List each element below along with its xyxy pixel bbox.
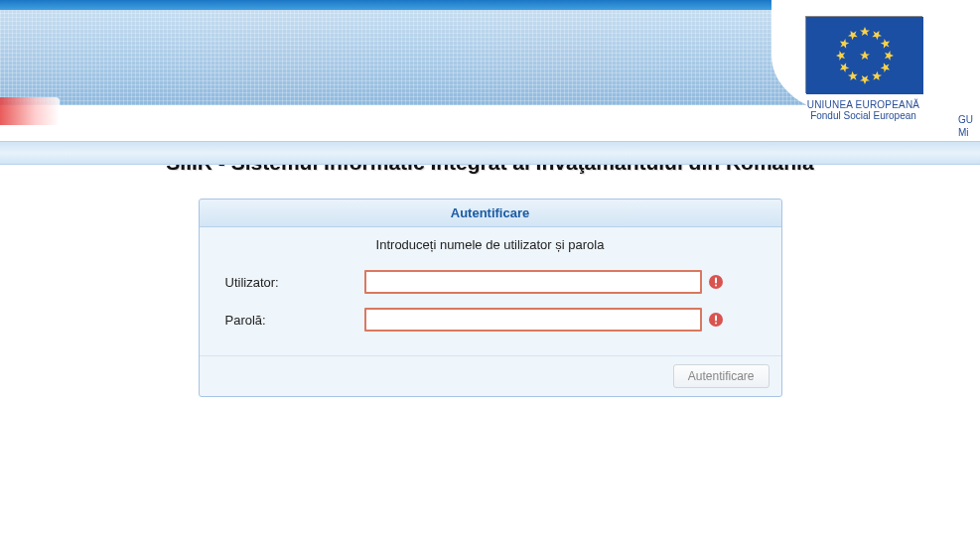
partial-right-labels: GU Mi	[958, 113, 980, 139]
svg-rect-4	[715, 285, 717, 287]
eu-label-1: UNIUNEA EUROPEANĂ	[791, 99, 935, 110]
svg-rect-6	[715, 316, 717, 322]
svg-rect-3	[715, 278, 717, 284]
pass-input-wrap	[364, 308, 756, 332]
user-row: Utilizator:	[225, 270, 756, 294]
pass-input[interactable]	[364, 308, 702, 332]
login-footer: Autentificare	[200, 355, 781, 396]
user-label: Utilizator:	[225, 275, 364, 290]
eu-flag-icon	[805, 16, 922, 93]
partial-right-line2: Mi	[958, 126, 980, 139]
error-icon	[708, 274, 724, 290]
partial-right-line1: GU	[958, 113, 980, 126]
error-icon	[708, 312, 724, 328]
login-panel: Autentificare Introduceți numele de util…	[199, 199, 782, 397]
eu-label-2: Fondul Social European	[791, 110, 935, 121]
pass-label: Parolă:	[225, 313, 364, 328]
svg-rect-7	[715, 323, 717, 325]
pass-row: Parolă:	[225, 308, 756, 332]
eu-logo-block: UNIUNEA EUROPEANĂ Fondul Social European	[791, 16, 935, 121]
user-input-wrap	[364, 270, 756, 294]
user-input[interactable]	[364, 270, 702, 294]
login-form: Utilizator: Parolă:	[200, 270, 781, 355]
header-red-tip	[0, 97, 60, 125]
header-sub-band	[0, 141, 980, 165]
login-panel-title: Autentificare	[200, 200, 781, 227]
login-button[interactable]: Autentificare	[673, 364, 770, 388]
login-instruction: Introduceți numele de utilizator și paro…	[200, 227, 781, 270]
